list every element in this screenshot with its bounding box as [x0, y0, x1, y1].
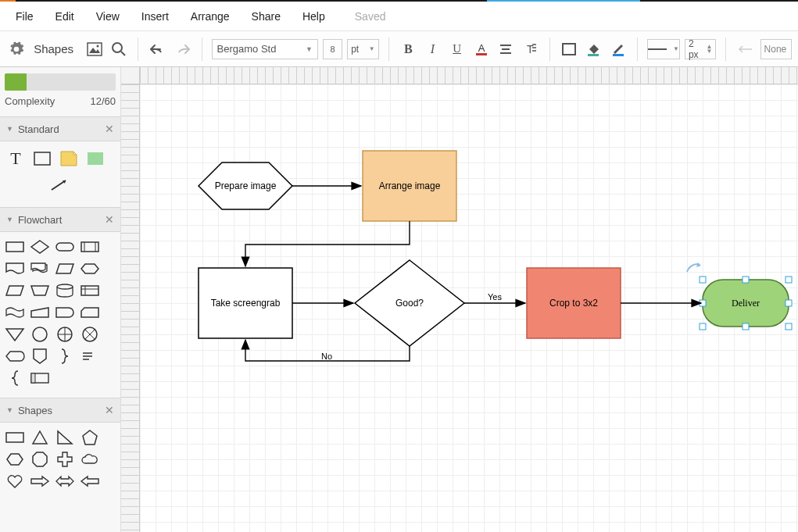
align-icon	[499, 44, 513, 55]
fc-delay[interactable]	[55, 304, 75, 321]
fc-internal[interactable]	[80, 282, 100, 299]
sidebar: Complexity 12/60 ▼ Standard ✕ T ▼ Flowch…	[0, 67, 121, 532]
close-icon[interactable]: ✕	[105, 123, 114, 135]
align-button[interactable]	[496, 38, 515, 60]
line-width-input[interactable]: 2 px ▲▼	[685, 39, 717, 59]
complexity-label: Complexity	[5, 95, 55, 107]
line-shape[interactable]	[5, 174, 116, 196]
font-unit-select[interactable]: pt ▼	[347, 39, 379, 59]
italic-button[interactable]: I	[423, 38, 442, 60]
redo-button[interactable]	[172, 38, 191, 60]
font-select[interactable]: Bergamo Std ▼	[212, 39, 318, 59]
svg-line-4	[121, 52, 125, 55]
fc-tape[interactable]	[5, 304, 25, 321]
close-icon[interactable]: ✕	[105, 213, 114, 226]
toolbar: Shapes Bergamo Std ▼ 8 pt ▼ B I U A T	[0, 31, 798, 67]
text-color-icon: A	[474, 41, 489, 57]
text-color-button[interactable]: A	[471, 38, 491, 60]
panel-shapes-header[interactable]: ▼ Shapes ✕	[0, 398, 120, 423]
bold-button[interactable]: B	[399, 38, 418, 60]
sh-arrow-l[interactable]	[80, 473, 100, 490]
canvas[interactable]: Prepare image Arrange image Take screeng…	[140, 84, 798, 532]
fc-connector[interactable]	[30, 326, 50, 343]
rect-shape[interactable]	[31, 148, 53, 170]
line-color-button[interactable]	[608, 38, 628, 60]
fc-swim[interactable]	[30, 370, 50, 387]
fc-multidoc[interactable]	[30, 260, 50, 277]
font-size-input[interactable]: 8	[323, 39, 342, 59]
fc-card[interactable]	[80, 304, 100, 321]
fc-brace-r[interactable]	[55, 348, 75, 365]
sh-oct[interactable]	[30, 451, 50, 468]
block-shape[interactable]	[84, 148, 106, 170]
menu-insert[interactable]: Insert	[131, 4, 180, 29]
fc-display[interactable]	[5, 348, 25, 365]
undo-button[interactable]	[148, 38, 167, 60]
svg-rect-62	[700, 323, 706, 330]
text-block-button[interactable]: T	[521, 38, 540, 60]
border-icon	[561, 42, 577, 56]
close-icon[interactable]: ✕	[105, 404, 114, 416]
svg-marker-54	[83, 430, 97, 445]
search-button[interactable]	[109, 38, 128, 60]
fc-terminator[interactable]	[55, 238, 75, 255]
sh-hex[interactable]	[5, 451, 25, 468]
arrow-start-button[interactable]	[735, 38, 755, 60]
image-button[interactable]	[84, 38, 104, 60]
node-arrange-label: Arrange image	[379, 180, 441, 191]
svg-rect-19	[88, 152, 103, 165]
image-icon	[87, 42, 102, 56]
rotate-handle-icon[interactable]	[687, 264, 698, 272]
shapes-manager-button[interactable]	[6, 38, 26, 60]
edge-arrange-take[interactable]	[245, 221, 410, 266]
menu-arrange[interactable]: Arrange	[180, 4, 241, 29]
sh-cross[interactable]	[55, 451, 75, 468]
fc-manualin[interactable]	[30, 304, 50, 321]
sh-arrow-lr[interactable]	[55, 473, 75, 490]
fc-hexagon[interactable]	[80, 260, 100, 277]
fc-decision[interactable]	[30, 238, 50, 255]
fc-merge[interactable]	[5, 326, 25, 343]
fc-database[interactable]	[55, 282, 75, 299]
fc-sum[interactable]	[80, 326, 100, 343]
menu-help[interactable]: Help	[292, 4, 336, 29]
ruler-vertical[interactable]	[121, 84, 140, 532]
fc-data[interactable]	[55, 260, 75, 277]
fill-button[interactable]	[584, 38, 603, 60]
sh-pent[interactable]	[80, 429, 100, 446]
border-button[interactable]	[560, 38, 579, 60]
note-shape[interactable]	[58, 148, 80, 170]
sh-arrow-r[interactable]	[30, 473, 50, 490]
arrow-end-select[interactable]: None	[760, 39, 793, 59]
menu-share[interactable]: Share	[241, 4, 292, 29]
fill-icon	[585, 41, 601, 57]
sh-rtri[interactable]	[55, 429, 75, 446]
text-shape[interactable]: T	[5, 148, 27, 170]
fc-or[interactable]	[55, 326, 75, 343]
fc-note[interactable]	[80, 348, 100, 365]
menu-edit[interactable]: Edit	[45, 4, 85, 29]
svg-marker-55	[7, 454, 23, 465]
fc-document[interactable]	[5, 260, 25, 277]
svg-rect-22	[6, 242, 23, 252]
underline-button[interactable]: U	[447, 38, 467, 60]
sh-rect[interactable]	[5, 429, 25, 446]
sh-isotri[interactable]	[30, 429, 50, 446]
fc-offpage[interactable]	[30, 348, 50, 365]
menu-file[interactable]: File	[5, 4, 45, 29]
panel-shapes-body	[0, 423, 120, 496]
sh-cloud[interactable]	[80, 451, 100, 468]
fc-io[interactable]	[5, 282, 25, 299]
menu-view[interactable]: View	[85, 4, 131, 29]
line-style-select[interactable]: ▼	[647, 39, 680, 59]
svg-marker-52	[33, 431, 47, 444]
ruler-horizontal[interactable]	[140, 67, 798, 84]
fc-brace-l[interactable]	[5, 370, 25, 387]
diagram[interactable]: Prepare image Arrange image Take screeng…	[140, 84, 798, 532]
fc-manual[interactable]	[30, 282, 50, 299]
panel-flowchart-header[interactable]: ▼ Flowchart ✕	[0, 207, 120, 232]
fc-process[interactable]	[5, 238, 25, 255]
sh-heart[interactable]	[5, 473, 25, 490]
panel-standard-header[interactable]: ▼ Standard ✕	[0, 116, 120, 141]
fc-predef[interactable]	[80, 238, 100, 255]
